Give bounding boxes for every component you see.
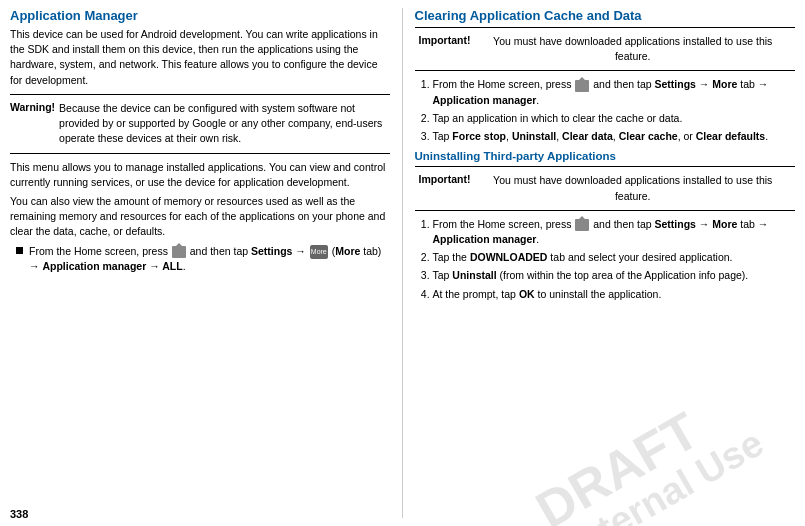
divider-1 bbox=[10, 94, 390, 95]
left-intro: This device can be used for Android deve… bbox=[10, 27, 390, 88]
page-number: 338 bbox=[10, 508, 28, 520]
divider-2 bbox=[10, 153, 390, 154]
important-label-1: Important! bbox=[419, 34, 471, 46]
warning-label: Warning! bbox=[10, 101, 55, 113]
page: Application Manager This device can be u… bbox=[0, 0, 805, 526]
right-title: Clearing Application Cache and Data bbox=[415, 8, 796, 23]
warning-box: Warning! Because the device can be confi… bbox=[10, 101, 390, 147]
step-uninstall-2: Tap the DOWNLOADED tab and select your d… bbox=[433, 250, 796, 265]
right-subtitle2: Uninstalling Third-party Applications bbox=[415, 150, 796, 162]
step-uninstall-3: Tap Uninstall (from within the top area … bbox=[433, 268, 796, 283]
home-icon bbox=[172, 246, 186, 258]
important-box-2: Important! You must have downloaded appl… bbox=[415, 166, 796, 210]
step-uninstall-1: From the Home screen, press and then tap… bbox=[433, 217, 796, 247]
left-body2: This menu allows you to manage installed… bbox=[10, 160, 390, 190]
important-box-1: Important! You must have downloaded appl… bbox=[415, 27, 796, 71]
step-clear-3: Tap Force stop, Uninstall, Clear data, C… bbox=[433, 129, 796, 144]
home-icon-2 bbox=[575, 80, 589, 92]
bullet-text: From the Home screen, press and then tap… bbox=[29, 244, 390, 274]
bullet-icon bbox=[16, 247, 23, 254]
important-text-1: You must have downloaded applications in… bbox=[474, 34, 791, 64]
important-inner-1: Important! You must have downloaded appl… bbox=[415, 32, 796, 66]
bullet-item: From the Home screen, press and then tap… bbox=[10, 244, 390, 274]
step-clear-2: Tap an application in which to clear the… bbox=[433, 111, 796, 126]
content-area: Application Manager This device can be u… bbox=[0, 0, 805, 526]
bullet-mid: and then tap Settings → bbox=[190, 245, 309, 257]
right-column: Clearing Application Cache and Data Impo… bbox=[403, 8, 796, 518]
steps-clear: From the Home screen, press and then tap… bbox=[415, 77, 796, 144]
left-title: Application Manager bbox=[10, 8, 390, 23]
left-column: Application Manager This device can be u… bbox=[10, 8, 403, 518]
bullet-pre: From the Home screen, press bbox=[29, 245, 171, 257]
warning-text: Because the device can be configured wit… bbox=[59, 101, 389, 147]
important-label-2: Important! bbox=[419, 173, 471, 185]
left-body3: You can also view the amount of memory o… bbox=[10, 194, 390, 240]
steps-uninstall: From the Home screen, press and then tap… bbox=[415, 217, 796, 302]
more-icon: More bbox=[310, 245, 328, 259]
important-text-2: You must have downloaded applications in… bbox=[474, 173, 791, 203]
important-inner-2: Important! You must have downloaded appl… bbox=[415, 171, 796, 205]
home-icon-3 bbox=[575, 219, 589, 231]
step-clear-1: From the Home screen, press and then tap… bbox=[433, 77, 796, 107]
step-uninstall-4: At the prompt, tap OK to uninstall the a… bbox=[433, 287, 796, 302]
